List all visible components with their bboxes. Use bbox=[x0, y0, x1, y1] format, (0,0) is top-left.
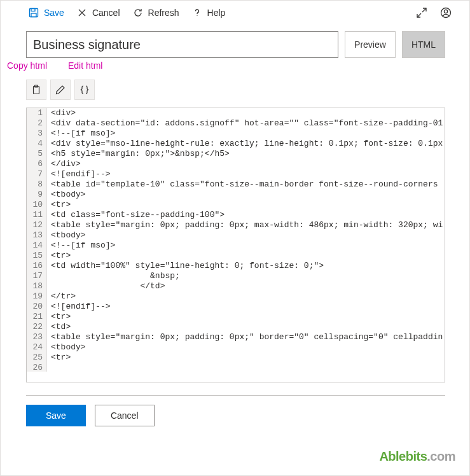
refresh-command-label: Refresh bbox=[148, 8, 179, 18]
expand-icon[interactable] bbox=[416, 7, 427, 18]
code-text: <div style="mso-line-height-rule: exactl… bbox=[47, 139, 443, 149]
code-line[interactable]: 14<!--[if mso]> bbox=[27, 241, 445, 251]
line-number: 24 bbox=[27, 342, 47, 353]
code-text: <table id="template-10" class="font-size… bbox=[47, 179, 443, 190]
watermark: Ablebits.com bbox=[379, 449, 455, 464]
line-number: 19 bbox=[27, 291, 47, 302]
refresh-command[interactable]: Refresh bbox=[133, 8, 179, 18]
line-number: 7 bbox=[27, 169, 47, 179]
line-number: 6 bbox=[27, 159, 47, 169]
code-text: <table style="margin: 0px; padding: 0px;… bbox=[47, 220, 443, 230]
code-text bbox=[47, 363, 51, 372]
help-command-label: Help bbox=[207, 8, 226, 18]
annotation-layer: Copy html Edit html bbox=[1, 60, 469, 76]
braces-icon bbox=[79, 85, 90, 95]
code-line[interactable]: 8<table id="template-10" class="font-siz… bbox=[27, 179, 445, 190]
code-text: <td class="font-size--padding-100"> bbox=[47, 210, 225, 220]
line-number: 3 bbox=[27, 129, 47, 139]
line-number: 2 bbox=[27, 118, 47, 129]
code-line[interactable]: 10<tr> bbox=[27, 200, 445, 210]
code-line[interactable]: 5<h5 style="margin: 0px;">&nbsp;</h5> bbox=[27, 149, 445, 159]
line-number: 21 bbox=[27, 312, 47, 322]
line-number: 1 bbox=[27, 108, 47, 118]
code-editor[interactable]: 1<div>2<div data-section="id: addons.sig… bbox=[26, 108, 445, 382]
title-row: Preview HTML bbox=[1, 26, 469, 58]
save-command[interactable]: Save bbox=[29, 8, 64, 18]
user-icon[interactable] bbox=[440, 7, 452, 18]
code-line[interactable]: 7<![endif]--> bbox=[27, 169, 445, 179]
line-number: 4 bbox=[27, 139, 47, 149]
code-line[interactable]: 26 bbox=[27, 363, 445, 372]
svg-point-7 bbox=[444, 10, 447, 13]
tab-html-label: HTML bbox=[411, 39, 436, 50]
code-text: <!--[if mso]> bbox=[47, 241, 115, 251]
braces-button[interactable] bbox=[74, 80, 95, 100]
refresh-icon bbox=[133, 8, 143, 18]
code-text: <tbody> bbox=[47, 342, 86, 353]
code-line[interactable]: 4<div style="mso-line-height-rule: exact… bbox=[27, 139, 445, 149]
svg-point-5 bbox=[197, 15, 197, 16]
tab-html[interactable]: HTML bbox=[402, 31, 445, 58]
save-command-label: Save bbox=[44, 8, 64, 18]
code-text: &nbsp; bbox=[47, 271, 180, 281]
code-line[interactable]: 20<![endif]--> bbox=[27, 302, 445, 312]
line-number: 12 bbox=[27, 220, 47, 230]
save-button[interactable]: Save bbox=[26, 405, 86, 426]
tab-preview[interactable]: Preview bbox=[345, 31, 396, 58]
code-line[interactable]: 12<table style="margin: 0px; padding: 0p… bbox=[27, 220, 445, 230]
code-line[interactable]: 1<div> bbox=[27, 108, 445, 118]
close-icon bbox=[77, 8, 87, 18]
clipboard-icon bbox=[31, 85, 41, 95]
code-line[interactable]: 11<td class="font-size--padding-100"> bbox=[27, 210, 445, 220]
cancel-command[interactable]: Cancel bbox=[77, 8, 120, 18]
cancel-command-label: Cancel bbox=[92, 8, 120, 18]
code-line[interactable]: 9<tbody> bbox=[27, 190, 445, 200]
code-text: <!--[if mso]> bbox=[47, 129, 115, 139]
code-text: <div data-section="id: addons.signoff" h… bbox=[47, 118, 443, 129]
code-text: </td> bbox=[47, 281, 165, 291]
line-number: 23 bbox=[27, 332, 47, 342]
code-editor-hscroll[interactable] bbox=[27, 372, 434, 382]
code-line[interactable]: 2<div data-section="id: addons.signoff" … bbox=[27, 118, 445, 129]
line-number: 8 bbox=[27, 179, 47, 190]
annotation-copy-html: Copy html bbox=[7, 60, 47, 71]
code-text: <tr> bbox=[47, 312, 71, 322]
edit-html-button[interactable] bbox=[50, 80, 71, 100]
line-number: 25 bbox=[27, 353, 47, 363]
line-number: 26 bbox=[27, 363, 47, 372]
code-line[interactable]: 16<td width="100%" style="line-height: 0… bbox=[27, 261, 445, 271]
line-number: 18 bbox=[27, 281, 47, 291]
code-line[interactable]: 17 &nbsp; bbox=[27, 271, 445, 281]
help-command[interactable]: Help bbox=[192, 8, 226, 18]
code-text: <tbody> bbox=[47, 230, 86, 241]
code-line[interactable]: 3<!--[if mso]> bbox=[27, 129, 445, 139]
line-number: 17 bbox=[27, 271, 47, 281]
code-line[interactable]: 24<tbody> bbox=[27, 342, 445, 353]
code-text: </tr> bbox=[47, 291, 76, 302]
line-number: 16 bbox=[27, 261, 47, 271]
code-line[interactable]: 21<tr> bbox=[27, 312, 445, 322]
code-editor-vscroll[interactable]: 1<div>2<div data-section="id: addons.sig… bbox=[27, 108, 445, 372]
code-text: <tr> bbox=[47, 353, 71, 363]
code-line[interactable]: 19</tr> bbox=[27, 291, 445, 302]
code-line[interactable]: 18 </td> bbox=[27, 281, 445, 291]
tab-preview-label: Preview bbox=[354, 39, 386, 50]
signature-name-input[interactable] bbox=[26, 31, 338, 58]
top-toolbar: Save Cancel Refresh Help bbox=[1, 1, 469, 26]
code-text: <td width="100%" style="line-height: 0; … bbox=[47, 261, 324, 271]
annotation-edit-html: Edit html bbox=[68, 60, 102, 71]
code-line[interactable]: 23<table style="margin: 0px; padding: 0p… bbox=[27, 332, 445, 342]
code-text: <div> bbox=[47, 108, 76, 118]
code-line[interactable]: 6</div> bbox=[27, 159, 445, 169]
code-text: <table style="margin: 0px; padding: 0px;… bbox=[47, 332, 443, 342]
line-number: 20 bbox=[27, 302, 47, 312]
line-number: 14 bbox=[27, 241, 47, 251]
code-line[interactable]: 13<tbody> bbox=[27, 230, 445, 241]
cancel-button[interactable]: Cancel bbox=[95, 405, 155, 426]
code-line[interactable]: 22<td> bbox=[27, 322, 445, 332]
code-text: <h5 style="margin: 0px;">&nbsp;</h5> bbox=[47, 149, 230, 159]
code-line[interactable]: 25<tr> bbox=[27, 353, 445, 363]
code-text: <td> bbox=[47, 322, 71, 332]
code-line[interactable]: 15<tr> bbox=[27, 251, 445, 261]
copy-html-button[interactable] bbox=[26, 80, 46, 100]
